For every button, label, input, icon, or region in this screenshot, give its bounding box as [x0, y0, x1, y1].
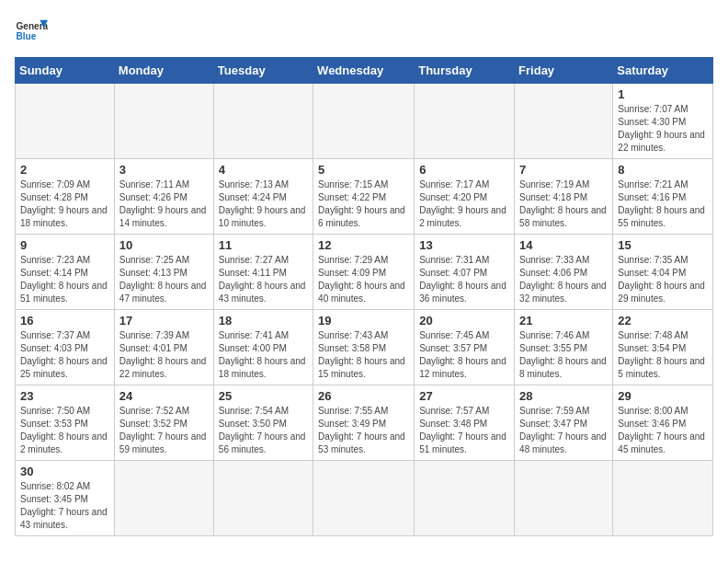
- calendar-day-cell: [213, 84, 313, 159]
- calendar-day-cell: [515, 84, 613, 159]
- calendar-day-cell: 30Sunrise: 8:02 AM Sunset: 3:45 PM Dayli…: [16, 461, 115, 536]
- calendar-day-cell: 11Sunrise: 7:27 AM Sunset: 4:11 PM Dayli…: [213, 235, 313, 310]
- calendar-day-cell: 27Sunrise: 7:57 AM Sunset: 3:48 PM Dayli…: [415, 385, 515, 461]
- day-number: 25: [219, 389, 308, 403]
- calendar-day-cell: 19Sunrise: 7:43 AM Sunset: 3:58 PM Dayli…: [313, 310, 415, 385]
- calendar-day-cell: 9Sunrise: 7:23 AM Sunset: 4:14 PM Daylig…: [16, 235, 115, 310]
- calendar-day-cell: 13Sunrise: 7:31 AM Sunset: 4:07 PM Dayli…: [415, 235, 515, 310]
- day-info: Sunrise: 7:46 AM Sunset: 3:55 PM Dayligh…: [519, 329, 608, 381]
- day-info: Sunrise: 7:27 AM Sunset: 4:11 PM Dayligh…: [219, 254, 308, 305]
- logo-icon: General Blue: [15, 15, 48, 48]
- calendar-day-cell: 8Sunrise: 7:21 AM Sunset: 4:16 PM Daylig…: [613, 159, 713, 235]
- day-info: Sunrise: 7:54 AM Sunset: 3:50 PM Dayligh…: [219, 405, 308, 456]
- calendar-week-row: 30Sunrise: 8:02 AM Sunset: 3:45 PM Dayli…: [16, 461, 713, 536]
- day-info: Sunrise: 7:55 AM Sunset: 3:49 PM Dayligh…: [318, 405, 409, 456]
- weekday-header-sunday: Sunday: [16, 58, 115, 84]
- day-number: 26: [318, 389, 409, 403]
- day-info: Sunrise: 7:45 AM Sunset: 3:57 PM Dayligh…: [419, 329, 509, 381]
- day-number: 13: [419, 238, 509, 252]
- calendar-day-cell: 7Sunrise: 7:19 AM Sunset: 4:18 PM Daylig…: [515, 159, 613, 235]
- calendar-day-cell: 16Sunrise: 7:37 AM Sunset: 4:03 PM Dayli…: [16, 310, 115, 385]
- calendar-day-cell: [114, 84, 213, 159]
- calendar-day-cell: [515, 461, 613, 536]
- calendar-day-cell: [415, 84, 515, 159]
- day-info: Sunrise: 7:29 AM Sunset: 4:09 PM Dayligh…: [318, 254, 409, 305]
- day-number: 4: [219, 163, 308, 177]
- calendar-week-row: 9Sunrise: 7:23 AM Sunset: 4:14 PM Daylig…: [16, 235, 713, 310]
- calendar-day-cell: 10Sunrise: 7:25 AM Sunset: 4:13 PM Dayli…: [114, 235, 213, 310]
- calendar-day-cell: 17Sunrise: 7:39 AM Sunset: 4:01 PM Dayli…: [114, 310, 213, 385]
- weekday-header-row: SundayMondayTuesdayWednesdayThursdayFrid…: [16, 58, 713, 84]
- day-number: 27: [419, 389, 509, 403]
- day-number: 18: [219, 314, 308, 327]
- calendar-day-cell: 22Sunrise: 7:48 AM Sunset: 3:54 PM Dayli…: [613, 310, 713, 385]
- day-info: Sunrise: 7:25 AM Sunset: 4:13 PM Dayligh…: [119, 254, 209, 305]
- day-info: Sunrise: 7:23 AM Sunset: 4:14 PM Dayligh…: [20, 254, 109, 305]
- day-info: Sunrise: 7:31 AM Sunset: 4:07 PM Dayligh…: [419, 254, 509, 305]
- calendar-day-cell: [613, 461, 713, 536]
- calendar-day-cell: [114, 461, 213, 536]
- calendar-table: SundayMondayTuesdayWednesdayThursdayFrid…: [15, 57, 713, 536]
- day-number: 2: [20, 163, 109, 177]
- day-info: Sunrise: 7:52 AM Sunset: 3:52 PM Dayligh…: [119, 405, 209, 456]
- day-info: Sunrise: 7:19 AM Sunset: 4:18 PM Dayligh…: [519, 178, 608, 230]
- day-info: Sunrise: 7:15 AM Sunset: 4:22 PM Dayligh…: [318, 178, 409, 230]
- calendar-day-cell: 12Sunrise: 7:29 AM Sunset: 4:09 PM Dayli…: [313, 235, 415, 310]
- calendar-day-cell: 15Sunrise: 7:35 AM Sunset: 4:04 PM Dayli…: [613, 235, 713, 310]
- day-number: 15: [618, 238, 708, 252]
- day-number: 12: [318, 238, 409, 252]
- day-info: Sunrise: 7:09 AM Sunset: 4:28 PM Dayligh…: [20, 178, 109, 230]
- calendar-day-cell: 1Sunrise: 7:07 AM Sunset: 4:30 PM Daylig…: [613, 84, 713, 159]
- day-number: 9: [20, 238, 109, 252]
- weekday-header-saturday: Saturday: [613, 58, 713, 84]
- calendar-day-cell: 28Sunrise: 7:59 AM Sunset: 3:47 PM Dayli…: [515, 385, 613, 461]
- day-info: Sunrise: 7:37 AM Sunset: 4:03 PM Dayligh…: [20, 329, 109, 381]
- day-number: 6: [419, 163, 509, 177]
- calendar-day-cell: 29Sunrise: 8:00 AM Sunset: 3:46 PM Dayli…: [613, 385, 713, 461]
- svg-text:Blue: Blue: [16, 31, 36, 41]
- day-number: 8: [618, 163, 708, 177]
- calendar-day-cell: 26Sunrise: 7:55 AM Sunset: 3:49 PM Dayli…: [313, 385, 415, 461]
- day-number: 5: [318, 163, 409, 177]
- day-number: 30: [20, 465, 109, 478]
- day-number: 21: [519, 314, 608, 327]
- day-info: Sunrise: 7:33 AM Sunset: 4:06 PM Dayligh…: [519, 254, 608, 305]
- weekday-header-friday: Friday: [515, 58, 613, 84]
- calendar-week-row: 16Sunrise: 7:37 AM Sunset: 4:03 PM Dayli…: [16, 310, 713, 385]
- day-info: Sunrise: 7:57 AM Sunset: 3:48 PM Dayligh…: [419, 405, 509, 456]
- day-number: 14: [519, 238, 608, 252]
- day-info: Sunrise: 7:17 AM Sunset: 4:20 PM Dayligh…: [419, 178, 509, 230]
- calendar-day-cell: [313, 461, 415, 536]
- day-info: Sunrise: 7:21 AM Sunset: 4:16 PM Dayligh…: [618, 178, 708, 230]
- day-number: 24: [119, 389, 209, 403]
- day-info: Sunrise: 7:07 AM Sunset: 4:30 PM Dayligh…: [618, 103, 708, 155]
- day-info: Sunrise: 7:13 AM Sunset: 4:24 PM Dayligh…: [219, 178, 308, 230]
- day-info: Sunrise: 7:41 AM Sunset: 4:00 PM Dayligh…: [219, 329, 308, 381]
- weekday-header-tuesday: Tuesday: [213, 58, 313, 84]
- page-header: General Blue: [15, 15, 713, 48]
- day-info: Sunrise: 7:43 AM Sunset: 3:58 PM Dayligh…: [318, 329, 409, 381]
- calendar-day-cell: 2Sunrise: 7:09 AM Sunset: 4:28 PM Daylig…: [16, 159, 115, 235]
- day-info: Sunrise: 7:50 AM Sunset: 3:53 PM Dayligh…: [20, 405, 109, 456]
- weekday-header-wednesday: Wednesday: [313, 58, 415, 84]
- day-number: 28: [519, 389, 608, 403]
- calendar-day-cell: 24Sunrise: 7:52 AM Sunset: 3:52 PM Dayli…: [114, 385, 213, 461]
- day-number: 7: [519, 163, 608, 177]
- calendar-week-row: 23Sunrise: 7:50 AM Sunset: 3:53 PM Dayli…: [16, 385, 713, 461]
- calendar-day-cell: [415, 461, 515, 536]
- calendar-day-cell: 5Sunrise: 7:15 AM Sunset: 4:22 PM Daylig…: [313, 159, 415, 235]
- calendar-day-cell: [213, 461, 313, 536]
- calendar-day-cell: 14Sunrise: 7:33 AM Sunset: 4:06 PM Dayli…: [515, 235, 613, 310]
- calendar-day-cell: 21Sunrise: 7:46 AM Sunset: 3:55 PM Dayli…: [515, 310, 613, 385]
- calendar-day-cell: 23Sunrise: 7:50 AM Sunset: 3:53 PM Dayli…: [16, 385, 115, 461]
- calendar-week-row: 2Sunrise: 7:09 AM Sunset: 4:28 PM Daylig…: [16, 159, 713, 235]
- calendar-day-cell: [16, 84, 115, 159]
- weekday-header-thursday: Thursday: [415, 58, 515, 84]
- day-info: Sunrise: 7:11 AM Sunset: 4:26 PM Dayligh…: [119, 178, 209, 230]
- day-info: Sunrise: 7:48 AM Sunset: 3:54 PM Dayligh…: [618, 329, 708, 381]
- day-info: Sunrise: 8:02 AM Sunset: 3:45 PM Dayligh…: [20, 480, 109, 532]
- day-number: 19: [318, 314, 409, 327]
- day-number: 22: [618, 314, 708, 327]
- calendar-day-cell: 6Sunrise: 7:17 AM Sunset: 4:20 PM Daylig…: [415, 159, 515, 235]
- calendar-day-cell: 3Sunrise: 7:11 AM Sunset: 4:26 PM Daylig…: [114, 159, 213, 235]
